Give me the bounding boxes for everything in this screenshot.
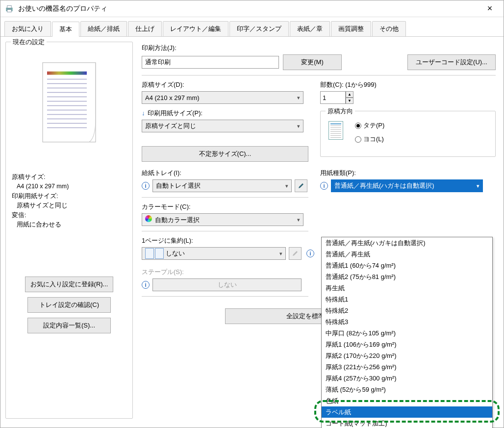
info-icon[interactable]: i <box>306 250 314 257</box>
paper-type-option[interactable]: 厚紙2 (170から220 g/m²) <box>322 350 492 361</box>
copies-label: 部数(C): (1から999) <box>320 80 496 89</box>
paper-type-option[interactable]: 特殊紙3 <box>322 316 492 327</box>
paper-type-dropdown[interactable]: 普通紙／再生紙(ハガキは自動選択)普通紙／再生紙普通紙1 (60から74 g/m… <box>321 237 493 428</box>
tab-stamp[interactable]: 印字／スタンプ <box>229 21 289 36</box>
orig-size-select[interactable]: A4 (210 x 297 mm)▾ <box>142 91 303 104</box>
orig-size-label2: 原稿サイズ(D): <box>142 80 308 89</box>
paper-type-select[interactable]: 普通紙／再生紙(ハガキは自動選択)▾ <box>331 179 483 192</box>
settings-list-button[interactable]: 設定内容一覧(S)... <box>27 318 111 333</box>
orig-size-value: A4 (210 x 297 mm) <box>12 182 126 191</box>
register-favorite-button[interactable]: お気に入り設定に登録(R)... <box>25 277 114 292</box>
color-wheel-icon <box>145 215 152 222</box>
copies-spinner[interactable]: ▲ ▼ <box>320 91 353 104</box>
info-icon[interactable]: i <box>142 182 150 190</box>
print-paper-select[interactable]: 原稿サイズと同じ▾ <box>142 120 303 132</box>
tab-other[interactable]: その他 <box>372 21 406 36</box>
tab-layout[interactable]: レイアウト／編集 <box>163 21 228 36</box>
paper-type-option[interactable]: 普通紙1 (60から74 g/m²) <box>322 260 492 271</box>
doc-mini-icon <box>328 121 343 140</box>
paper-type-option[interactable]: 特殊紙2 <box>322 305 492 316</box>
tab-cover[interactable]: 表紙／章 <box>290 21 330 36</box>
orientation-landscape[interactable]: ヨコ(L) <box>355 135 384 144</box>
paper-type-option[interactable]: 再生紙 <box>322 282 492 294</box>
paper-type-option[interactable]: 薄紙 (52から59 g/m²) <box>322 384 492 395</box>
zoom-value: 用紙に合わせる <box>12 220 126 229</box>
tab-strip: お気に入り 基本 給紙／排紙 仕上げ レイアウト／編集 印字／スタンプ 表紙／章… <box>0 17 504 37</box>
paper-type-option[interactable]: 普通紙／再生紙 <box>322 249 492 260</box>
paper-type-option[interactable]: 厚紙3 (221から256 g/m²) <box>322 361 492 373</box>
paper-type-option[interactable]: 中厚口 (82から105 g/m²) <box>322 327 492 339</box>
left-buttons: お気に入り設定に登録(R)... トレイ設定の確認(C) 設定内容一覧(S)..… <box>12 277 126 333</box>
tray-label: 給紙トレイ(I): <box>142 169 308 177</box>
basic-settings-panel: 印刷方法(J): 通常印刷 変更(M) ユーザーコード設定(U)... 原稿サイ… <box>139 42 499 419</box>
paper-type-option[interactable]: 厚紙4 (257から300 g/m²) <box>322 373 492 384</box>
paper-type-option[interactable]: 普通紙／再生紙(ハガキは自動選択) <box>322 237 492 249</box>
window-title: お使いの機器名のプロパティ <box>18 4 480 13</box>
paper-type-option[interactable]: コート紙(マット加工) <box>322 418 492 428</box>
nup-edit-button <box>289 247 302 260</box>
print-method-label: 印刷方法(J): <box>142 44 496 52</box>
content-area: 現在の設定 原 <box>0 37 504 424</box>
paper-type-option[interactable]: 厚紙1 (106から169 g/m²) <box>322 339 492 350</box>
svg-rect-2 <box>7 9 11 12</box>
color-mode-label: カラーモード(C): <box>142 202 496 211</box>
tab-basic[interactable]: 基本 <box>52 22 79 37</box>
paper-type-option[interactable]: ラベル紙 <box>322 406 492 418</box>
color-mode-select[interactable]: 自動カラー選択 ▾ <box>142 213 303 226</box>
info-icon[interactable]: i <box>320 182 328 190</box>
spin-up-icon[interactable]: ▲ <box>346 91 353 98</box>
user-code-button[interactable]: ユーザーコード設定(U)... <box>407 54 496 70</box>
change-button[interactable]: 変更(M) <box>283 54 342 70</box>
print-paper-label: ↓ 印刷用紙サイズ(P): <box>142 109 308 118</box>
zoom-label: 変倍: <box>12 211 126 220</box>
print-method-field[interactable]: 通常印刷 <box>142 56 279 69</box>
current-settings-legend: 現在の設定 <box>11 38 47 47</box>
page-preview <box>27 52 111 155</box>
paper-type-option[interactable]: 色紙 <box>322 395 492 406</box>
radio-icon <box>355 123 361 129</box>
custom-size-button[interactable]: 不定形サイズ(C)... <box>142 146 308 162</box>
titlebar: お使いの機器名のプロパティ × <box>0 0 504 17</box>
svg-rect-4 <box>47 72 87 75</box>
close-icon[interactable]: × <box>480 3 500 14</box>
nup-select[interactable]: しない ▾ <box>142 247 286 260</box>
staple-select: しない <box>152 278 302 291</box>
tray-select[interactable]: 自動トレイ選択▾ <box>152 179 292 192</box>
tab-favorites[interactable]: お気に入り <box>4 21 51 36</box>
radio-icon <box>355 136 361 143</box>
paper-type-label: 用紙種類(P): <box>320 169 496 177</box>
tray-edit-button[interactable] <box>295 179 307 192</box>
properties-window: お使いの機器名のプロパティ × お気に入り 基本 給紙／排紙 仕上げ レイアウト… <box>0 0 504 428</box>
info-icon[interactable]: i <box>142 281 150 289</box>
svg-rect-1 <box>7 5 11 8</box>
tab-paper-io[interactable]: 給紙／排紙 <box>80 21 127 36</box>
tab-finish[interactable]: 仕上げ <box>128 21 162 36</box>
spin-down-icon[interactable]: ▼ <box>346 98 353 104</box>
tab-quality[interactable]: 画質調整 <box>331 21 371 36</box>
tray-confirm-button[interactable]: トレイ設定の確認(C) <box>27 297 111 313</box>
printer-icon <box>4 4 14 14</box>
orig-size-label: 原稿サイズ: <box>12 173 126 182</box>
paper-type-option[interactable]: 特殊紙1 <box>322 294 492 305</box>
orientation-group: 原稿方向 タテ(P) ヨコ(L) <box>320 111 496 157</box>
print-size-label: 印刷用紙サイズ: <box>12 192 126 201</box>
settings-summary: 原稿サイズ: A4 (210 x 297 mm) 印刷用紙サイズ: 原稿サイズと… <box>12 173 126 229</box>
copies-input[interactable] <box>320 91 346 104</box>
paper-type-option[interactable]: 普通紙2 (75から81 g/m²) <box>322 271 492 282</box>
nup-icon <box>145 248 164 259</box>
current-settings-panel: 現在の設定 原 <box>5 42 133 419</box>
arrow-down-icon: ↓ <box>142 109 145 117</box>
orientation-portrait[interactable]: タテ(P) <box>355 121 384 130</box>
print-size-value: 原稿サイズと同じ <box>12 201 126 210</box>
orientation-legend: 原稿方向 <box>326 107 355 116</box>
